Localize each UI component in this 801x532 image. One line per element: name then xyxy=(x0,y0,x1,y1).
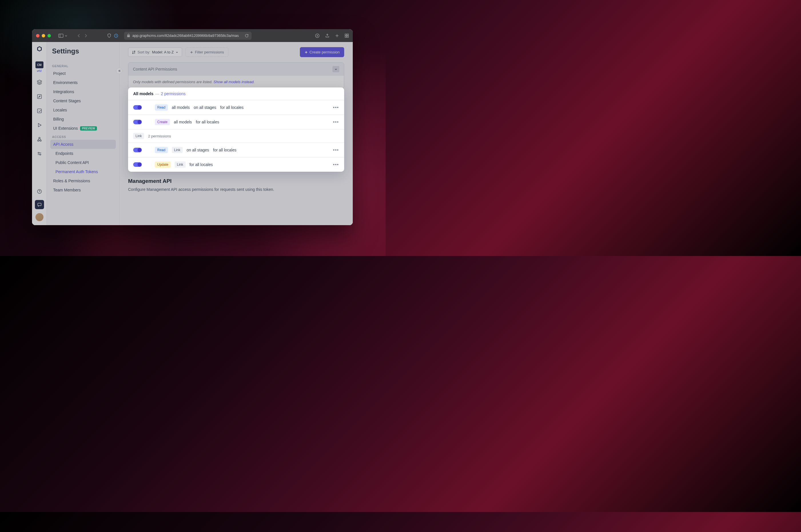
sort-button[interactable]: Sort by: Model: A to Z xyxy=(128,48,182,57)
url-text: app.graphcms.com/82dadc268ab841209966b9a… xyxy=(132,34,239,38)
svg-rect-6 xyxy=(347,34,349,35)
settings-icon[interactable] xyxy=(35,149,44,158)
nav-back-button[interactable] xyxy=(77,34,81,38)
permission-toggle[interactable] xyxy=(133,162,142,167)
chevron-down-icon[interactable] xyxy=(64,34,68,37)
privacy-icon[interactable] xyxy=(114,34,118,38)
content-api-panel: Content API Permissions Only models with… xyxy=(128,62,344,89)
share-icon[interactable] xyxy=(325,34,329,38)
menu-environments[interactable]: Environments xyxy=(50,78,116,87)
menu-team-members[interactable]: Team Members xyxy=(50,186,116,194)
menu-ui-extensions[interactable]: UI Extensions PREVIEW xyxy=(50,124,116,133)
user-avatar[interactable] xyxy=(35,213,43,221)
svg-rect-7 xyxy=(345,36,347,37)
read-tag: Read xyxy=(155,147,168,153)
permissions-card: All models — 2 permissions Read all mode… xyxy=(128,88,344,172)
main-content: Sort by: Model: A to Z Filter permission… xyxy=(119,42,353,225)
permission-toggle[interactable] xyxy=(133,148,142,152)
svg-point-13 xyxy=(39,137,40,139)
menu-content-stages[interactable]: Content Stages xyxy=(50,96,116,106)
edit-icon[interactable] xyxy=(35,92,44,101)
card-header: All models — 2 permissions xyxy=(128,88,344,100)
project-badge[interactable]: CM xyxy=(35,61,43,68)
svg-point-14 xyxy=(38,152,39,153)
permission-row: Read Link on all stages for all locales … xyxy=(128,142,344,157)
titlebar: app.graphcms.com/82dadc268ab841209966b9a… xyxy=(32,29,353,42)
menu-project[interactable]: Project xyxy=(50,69,116,78)
settings-sidebar: Settings GENERAL Project Environments In… xyxy=(47,42,119,225)
maximize-window-button[interactable] xyxy=(48,34,51,37)
tabs-grid-icon[interactable] xyxy=(345,34,349,38)
permission-count-link[interactable]: 2 permissions xyxy=(161,91,186,96)
row-menu-icon[interactable]: ••• xyxy=(333,105,339,110)
management-api-title: Management API xyxy=(128,178,344,184)
url-bar[interactable]: app.graphcms.com/82dadc268ab841209966b9a… xyxy=(124,32,252,40)
nav-forward-button[interactable] xyxy=(84,34,88,38)
lock-icon xyxy=(127,34,130,37)
page-title: Settings xyxy=(50,47,116,55)
menu-billing[interactable]: Billing xyxy=(50,115,116,124)
minimize-window-button[interactable] xyxy=(42,34,45,37)
sidebar-toggle-icon[interactable] xyxy=(58,34,63,38)
app-logo[interactable] xyxy=(35,45,44,55)
read-tag: Read xyxy=(155,104,168,111)
browser-window: app.graphcms.com/82dadc268ab841209966b9a… xyxy=(32,29,353,225)
row-menu-icon[interactable]: ••• xyxy=(333,148,339,152)
management-api-desc: Configure Management API access permissi… xyxy=(128,187,344,192)
help-icon[interactable] xyxy=(35,187,44,196)
svg-rect-0 xyxy=(59,34,63,37)
refresh-icon[interactable] xyxy=(245,34,249,38)
create-permission-button[interactable]: Create permission xyxy=(300,47,344,57)
menu-integrations[interactable]: Integrations xyxy=(50,87,116,96)
chat-icon[interactable] xyxy=(35,200,44,209)
env-indicator: ⇄M xyxy=(37,70,41,73)
svg-rect-8 xyxy=(347,36,349,37)
menu-roles-permissions[interactable]: Roles & Permissions xyxy=(50,176,116,186)
panel-header[interactable]: Content API Permissions xyxy=(128,62,344,76)
layers-icon[interactable] xyxy=(35,78,44,87)
menu-public-content-api[interactable]: Public Content API xyxy=(50,158,116,167)
icon-rail: CM ⇄M xyxy=(32,42,47,225)
svg-point-12 xyxy=(40,140,41,141)
link-tag: Link xyxy=(133,133,144,139)
collapse-sidebar-button[interactable] xyxy=(116,68,122,74)
menu-permanent-auth-tokens[interactable]: Permanent Auth Tokens xyxy=(50,167,116,176)
management-api-section: Management API Configure Management API … xyxy=(128,178,344,192)
svg-rect-17 xyxy=(38,203,41,206)
play-icon[interactable] xyxy=(35,120,44,130)
svg-rect-10 xyxy=(37,109,41,113)
update-tag: Update xyxy=(155,162,171,168)
menu-locales[interactable]: Locales xyxy=(50,106,116,115)
group-header: Link 2 permissions xyxy=(128,129,344,142)
show-all-models-link[interactable]: Show all models instead xyxy=(213,80,254,84)
svg-point-15 xyxy=(40,154,41,155)
preview-badge: PREVIEW xyxy=(80,126,97,131)
create-tag: Create xyxy=(155,119,170,125)
shield-icon[interactable] xyxy=(107,34,111,38)
panel-note: Only models with defined permissions are… xyxy=(128,76,344,88)
section-label-access: ACCESS xyxy=(50,133,116,140)
new-tab-icon[interactable] xyxy=(335,34,339,38)
menu-endpoints[interactable]: Endpoints xyxy=(50,149,116,158)
svg-rect-3 xyxy=(127,35,130,37)
permission-toggle[interactable] xyxy=(133,120,142,124)
permission-row: Update Link for all locales ••• xyxy=(128,157,344,172)
collapse-panel-icon[interactable] xyxy=(333,66,339,72)
svg-rect-5 xyxy=(345,34,347,35)
webhooks-icon[interactable] xyxy=(35,135,44,144)
svg-point-11 xyxy=(37,140,39,141)
toolbar: Sort by: Model: A to Z Filter permission… xyxy=(128,47,344,57)
close-window-button[interactable] xyxy=(36,34,39,37)
link-tag: Link xyxy=(172,147,183,153)
download-icon[interactable] xyxy=(315,34,320,38)
permission-toggle[interactable] xyxy=(133,105,142,110)
permission-row: Read all models on all stages for all lo… xyxy=(128,100,344,115)
row-menu-icon[interactable]: ••• xyxy=(333,120,339,124)
filter-button[interactable]: Filter permissions xyxy=(186,48,228,57)
traffic-lights xyxy=(36,34,51,37)
menu-api-access[interactable]: API Access xyxy=(50,140,116,149)
link-tag: Link xyxy=(175,162,186,168)
compose-icon[interactable] xyxy=(35,106,44,115)
permission-row: Create all models for all locales ••• xyxy=(128,115,344,129)
row-menu-icon[interactable]: ••• xyxy=(333,162,339,167)
